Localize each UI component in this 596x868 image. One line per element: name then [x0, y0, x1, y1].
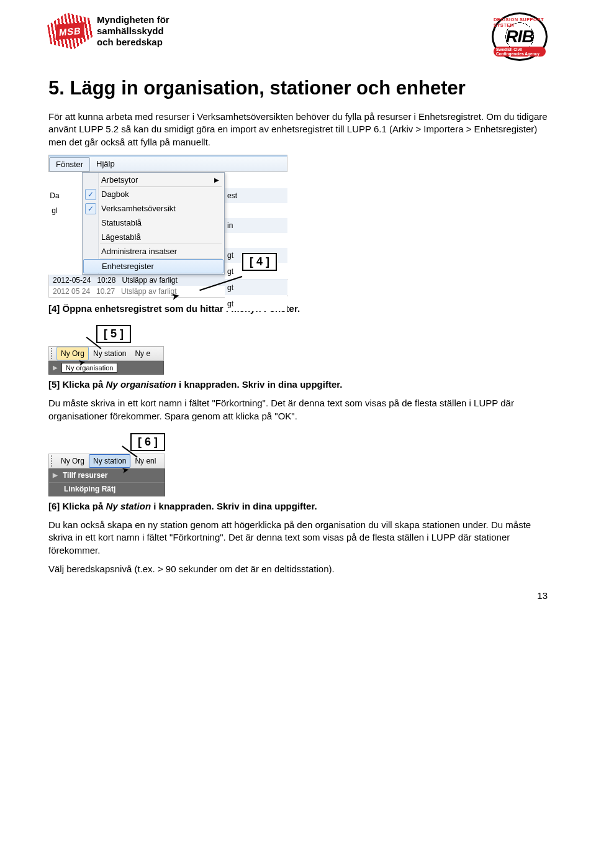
rib-logo-icon: DECISION SUPPORT SYSTEM RIB Swedish Civi… [492, 12, 548, 61]
check-icon: ✓ [85, 203, 96, 214]
callout-4: [ 4 ] [242, 253, 277, 271]
log-time: 10:28 [97, 276, 115, 285]
toolbar: Ny Org Ny station Ny e [48, 346, 164, 361]
org-name-field[interactable]: Ny organisation [61, 363, 117, 373]
caption-6: [6] Klicka på Ny station i knappraden. S… [48, 500, 548, 513]
toolbar: Ny Org Ny station Ny enl [48, 454, 165, 468]
menu-hjalp[interactable]: Hjälp [90, 157, 122, 171]
submenu-arrow-icon: ▶ [214, 176, 219, 183]
bg-frag: est [225, 188, 287, 203]
toolbar-grip-icon [51, 455, 55, 467]
dropdown-fonster: Arbetsytor ▶ ✓ Dagbok ✓ Verksamhetsövers… [82, 172, 225, 275]
btn-ny-org[interactable]: Ny Org [56, 454, 89, 468]
btn-ny-e[interactable]: Ny e [130, 347, 155, 360]
callout-5: [ 5 ] [96, 325, 131, 343]
intro-paragraph: För att kunna arbeta med resurser i Verk… [48, 111, 548, 148]
tree-item-label: Tillf resurser [63, 471, 107, 480]
callout-6: [ 6 ] [130, 433, 165, 451]
menu-item-lagestabla[interactable]: Lägestablå [83, 230, 224, 244]
page-number: 13 [48, 590, 548, 601]
menu-item-label: Verksamhetsöversikt [101, 204, 176, 213]
msb-logo-text: MSB [55, 22, 84, 40]
tree-item[interactable]: ▶ Tillf resurser [49, 468, 165, 482]
caption-text: i knappraden. Skriv in dina uppgifter. [151, 501, 317, 511]
doc-header: MSB Myndigheten för samhällsskydd och be… [48, 12, 548, 62]
log-text: Utsläpp av farligt [122, 276, 177, 285]
page-title: 5. Lägg in organisation, stationer och e… [48, 77, 548, 99]
frag-da: Da [48, 188, 61, 203]
rib-top-arc: DECISION SUPPORT SYSTEM [494, 17, 546, 28]
menu-item-label: Lägestablå [101, 232, 141, 242]
expand-icon[interactable]: ▶ [49, 364, 61, 371]
msb-agency-name: Myndigheten för samhällsskydd och bereds… [97, 14, 169, 48]
log-date: 2012-05-24 [53, 276, 91, 285]
caption-em: Ny organisation [106, 379, 176, 390]
cursor-icon: ➤ [121, 464, 130, 475]
msb-line-3: och beredskap [97, 37, 169, 48]
rib-bottom-arc: Swedish Civil Contingencies Agency [494, 47, 546, 57]
toolbar-grip-icon [51, 348, 55, 359]
msb-line-1: Myndigheten för [97, 14, 169, 25]
menu-item-arbetsytor[interactable]: Arbetsytor ▶ [83, 173, 224, 187]
menu-item-admin[interactable]: Administrera insatser [83, 244, 224, 258]
caption-text: [5] Klicka på [48, 379, 106, 390]
log-text: Utsläpp av farligt [121, 287, 176, 296]
caption-text: i knappraden. Skriv in dina uppgifter. [176, 379, 343, 390]
caption-text: [6] Klicka på [48, 501, 106, 511]
screenshot-bg-rows: est in gt gt gt gt [225, 188, 287, 313]
msb-line-2: samhällsskydd [97, 25, 169, 37]
menu-item-dagbok[interactable]: ✓ Dagbok [83, 187, 224, 201]
menu-item-verksamhet[interactable]: ✓ Verksamhetsöversikt [83, 201, 224, 216]
rib-center-text: RIB [505, 27, 533, 47]
msb-logo-group: MSB Myndigheten för samhällsskydd och be… [48, 12, 169, 50]
menu-item-label: Dagbok [101, 190, 129, 199]
expand-icon[interactable]: ▶ [53, 472, 63, 478]
caption-em: Ny station [106, 501, 151, 511]
screenshot-ny-station: [ 6 ] Ny Org Ny station Ny enl ▶ Tillf r… [48, 454, 165, 496]
menu-item-enhetsregister[interactable]: Enhetsregister [83, 259, 224, 273]
menu-item-label: Arbetsytor [101, 175, 138, 185]
paragraph-6a: Du kan också skapa en ny station genom a… [48, 519, 548, 557]
log-date: 2012 05 24 [53, 287, 90, 296]
tree-panel: ▶ Tillf resurser Linköping Rätj [48, 468, 165, 496]
log-time: 10.27 [96, 287, 115, 296]
bg-frag: gt [225, 280, 287, 295]
paragraph-5: Du måste skriva in ett kort namn i fälte… [48, 397, 548, 423]
screenshot-left-fragment: Da gl [48, 188, 61, 275]
msb-logo-icon: MSB [45, 9, 94, 53]
cursor-icon: ➤ [78, 357, 87, 368]
menu-item-label: Enhetsregister [102, 262, 154, 271]
screenshot-fonster-menu: Fönster Hjälp Da gl est in gt gt gt gt [48, 155, 287, 298]
menubar: Fönster Hjälp [48, 157, 287, 172]
caption-5: [5] Klicka på Ny organisation i knapprad… [48, 378, 548, 391]
bg-frag: in [225, 218, 287, 233]
menu-fonster[interactable]: Fönster [49, 157, 90, 171]
tree-item-label: Linköping Rätj [64, 485, 115, 493]
caption-4: [4] Öppna enhetsregistret som du hittar … [48, 303, 548, 315]
paragraph-6b: Välj beredskapsnivå (t.ex. > 90 sekunder… [48, 563, 548, 575]
menu-item-statustabla[interactable]: Statustablå [83, 216, 224, 230]
tree-item[interactable]: Linköping Rätj [49, 482, 165, 496]
frag-gl: gl [48, 203, 61, 218]
screenshot-ny-org: [ 5 ] Ny Org Ny station Ny e ▶ Ny organi… [48, 346, 164, 375]
menu-item-label: Statustablå [101, 218, 142, 227]
check-icon: ✓ [85, 189, 96, 200]
btn-ny-station[interactable]: Ny station [89, 347, 130, 360]
tree-row: ▶ Ny organisation [48, 361, 164, 375]
bg-frag: gt [225, 296, 287, 311]
menu-item-label: Administrera insatser [101, 247, 177, 256]
